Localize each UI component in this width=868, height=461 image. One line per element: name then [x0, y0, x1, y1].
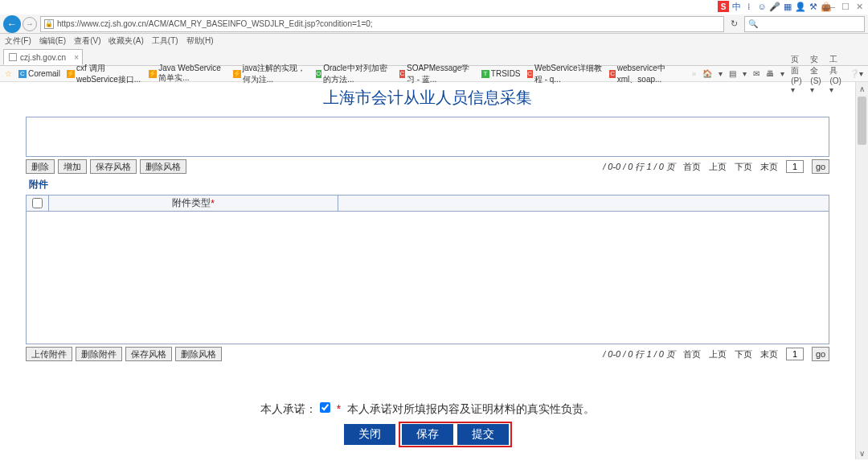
address-bar: ← → 🔒 https://www.czj.sh.gov.cn/ACM/ACM_… — [0, 14, 868, 34]
fav-item[interactable]: TTRSIDS — [481, 69, 521, 78]
fav-item[interactable]: CCoremail — [18, 69, 60, 78]
col-attach-type: 附件类型* — [49, 196, 338, 211]
pager-2: / 0-0 / 0 行 1 / 0 页 首页 上页 下页 末页 go — [603, 347, 829, 361]
menu-view[interactable]: 查看(V) — [74, 35, 100, 47]
fav-icon: ⚡ — [149, 70, 157, 78]
pager-info: / 0-0 / 0 行 1 / 0 页 — [603, 161, 675, 173]
pager-page-input[interactable] — [786, 160, 804, 173]
highlight-box: 保存 提交 — [399, 422, 512, 447]
commit-checkbox[interactable] — [320, 402, 330, 413]
sogou-icon[interactable]: S — [718, 1, 729, 12]
ime-tool[interactable]: ⚒ — [808, 1, 819, 12]
fav-icon: T — [481, 70, 489, 78]
menu-edit[interactable]: 编辑(E) — [39, 35, 66, 47]
section-attach-label: 附件 — [0, 176, 855, 191]
attachment-body — [27, 212, 829, 344]
ime-person[interactable]: 👤 — [795, 1, 806, 12]
page-content: 上海市会计从业人员信息采集 删除 增加 保存风格 删除风格 / 0-0 / 0 … — [0, 82, 855, 461]
ime-mic[interactable]: 🎤 — [769, 1, 780, 12]
tab-favicon — [9, 53, 17, 61]
menu-help[interactable]: 帮助(H) — [186, 35, 214, 47]
attachment-panel: 附件类型* — [26, 195, 829, 344]
ime-cn[interactable]: 中 — [731, 1, 742, 12]
pager-prev[interactable]: 上页 — [709, 348, 727, 360]
commit-text: 本人承诺对所填报内容及证明材料的真实性负责。 — [347, 402, 595, 415]
submit-button[interactable]: 提交 — [457, 424, 509, 445]
pager-next[interactable]: 下页 — [735, 348, 752, 360]
lock-icon: 🔒 — [44, 19, 54, 29]
menu-file[interactable]: 文件(F) — [5, 35, 31, 47]
favorites-bar: ☆ CCoremail ⚡cxf 调用webService接口... ⚡Java… — [0, 66, 868, 82]
window-min[interactable]: — — [826, 2, 835, 12]
tab-close-icon[interactable]: × — [74, 53, 79, 62]
required-star: * — [337, 402, 341, 415]
fav-icon: ⚡ — [67, 70, 75, 78]
pager-next[interactable]: 下页 — [735, 161, 752, 173]
grid-body — [27, 117, 829, 156]
toolbar-1: 删除 增加 保存风格 删除风格 / 0-0 / 0 行 1 / 0 页 首页 上… — [0, 157, 855, 176]
pager-go-button[interactable]: go — [812, 159, 829, 174]
window-controls: — ☐ ✕ — [826, 2, 863, 12]
pager-1: / 0-0 / 0 行 1 / 0 页 首页 上页 下页 末页 go — [603, 159, 829, 174]
url-text: https://www.czj.sh.gov.cn/ACM/ACM_RY_BAS… — [57, 19, 373, 28]
pager-prev[interactable]: 上页 — [709, 161, 727, 173]
nav-back-button[interactable]: ← — [3, 15, 21, 33]
menu-fav[interactable]: 收藏夹(A) — [108, 35, 143, 47]
toolbar-2: 上传附件 删除附件 保存风格 删除风格 / 0-0 / 0 行 1 / 0 页 … — [0, 344, 855, 364]
grid-panel-1 — [26, 117, 829, 157]
pager-info: / 0-0 / 0 行 1 / 0 页 — [603, 348, 675, 360]
select-all-checkbox[interactable] — [32, 198, 43, 208]
save-style-button-2[interactable]: 保存风格 — [125, 347, 172, 361]
pager-page-input[interactable] — [786, 348, 804, 360]
menu-tool[interactable]: 工具(T) — [152, 35, 178, 47]
pager-first[interactable]: 首页 — [683, 161, 701, 173]
close-button[interactable]: 关闭 — [344, 424, 395, 445]
save-style-button[interactable]: 保存风格 — [90, 159, 137, 174]
ie-feed-icon[interactable]: ▤ — [729, 69, 736, 78]
fav-icon: C — [609, 70, 615, 78]
delete-button[interactable]: 删除 — [26, 159, 55, 174]
ime-tray: S 中 ⁞ ☺ 🎤 ▦ 👤 ⚒ 👜 — [718, 1, 832, 12]
commitment-row: 本人承诺： * 本人承诺对所填报内容及证明材料的真实性负责。 — [0, 402, 855, 417]
upload-attach-button[interactable]: 上传附件 — [26, 347, 72, 361]
url-input[interactable]: 🔒 https://www.czj.sh.gov.cn/ACM/ACM_RY_B… — [40, 16, 724, 32]
window-close[interactable]: ✕ — [856, 2, 863, 12]
vertical-scrollbar[interactable]: ∧ ∨ — [855, 82, 868, 459]
select-all-cell — [27, 196, 49, 211]
delete-style-button-2[interactable]: 删除风格 — [175, 347, 222, 361]
attachment-header: 附件类型* — [27, 196, 829, 212]
browser-search-input[interactable]: 🔍 — [744, 16, 865, 32]
fav-icon: C — [399, 70, 405, 78]
tab-active[interactable]: czj.sh.gov.cn × — [3, 49, 83, 65]
add-button[interactable]: 增加 — [58, 159, 87, 174]
save-button[interactable]: 保存 — [402, 424, 453, 445]
tab-title: czj.sh.gov.cn — [20, 53, 66, 62]
page-title: 上海市会计从业人员信息采集 — [0, 82, 855, 117]
ie-print-icon[interactable]: 🖶 — [766, 69, 774, 78]
nav-forward-button[interactable]: → — [23, 17, 37, 31]
menu-bar: 文件(F) 编辑(E) 查看(V) 收藏夹(A) 工具(T) 帮助(H) — [0, 34, 868, 48]
ie-mail-icon[interactable]: ✉ — [753, 69, 760, 78]
commit-label: 本人承诺： — [260, 403, 317, 415]
ie-home-icon[interactable]: 🏠 — [702, 69, 712, 78]
refresh-button[interactable]: ↻ — [727, 19, 741, 29]
scroll-up-icon[interactable]: ∧ — [856, 82, 868, 95]
ie-help-menu[interactable]: ❔▾ — [850, 69, 863, 78]
ime-grid[interactable]: ▦ — [782, 1, 793, 12]
window-max[interactable]: ☐ — [841, 2, 850, 12]
scroll-thumb[interactable] — [858, 97, 866, 145]
pager-first[interactable]: 首页 — [683, 348, 701, 360]
ime-punct[interactable]: ⁞ — [743, 1, 755, 12]
fav-icon: C — [18, 70, 27, 78]
fav-star-icon[interactable]: ☆ — [5, 69, 12, 78]
pager-last[interactable]: 末页 — [760, 348, 778, 360]
ime-smile[interactable]: ☺ — [756, 1, 768, 12]
pager-go-button[interactable]: go — [812, 347, 829, 361]
fav-item[interactable]: ⚡Java WebService 简单实... — [149, 64, 227, 84]
delete-attach-button[interactable]: 删除附件 — [76, 347, 122, 361]
delete-style-button[interactable]: 删除风格 — [140, 159, 186, 174]
scroll-down-icon[interactable]: ∨ — [856, 447, 868, 459]
pager-last[interactable]: 末页 — [760, 161, 778, 173]
fav-icon: ⚡ — [233, 70, 241, 78]
fav-icon: O — [316, 70, 321, 78]
